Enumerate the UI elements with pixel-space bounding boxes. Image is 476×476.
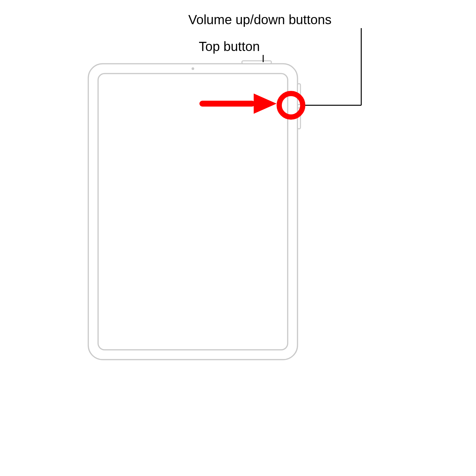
top-button [242, 61, 271, 64]
volume-buttons-label: Volume up/down buttons [188, 12, 332, 27]
svg-rect-0 [199, 101, 255, 107]
top-button-label: Top button [199, 39, 260, 54]
ipad-screen [98, 74, 288, 350]
diagram-canvas [0, 0, 476, 476]
front-camera-icon [192, 67, 194, 70]
